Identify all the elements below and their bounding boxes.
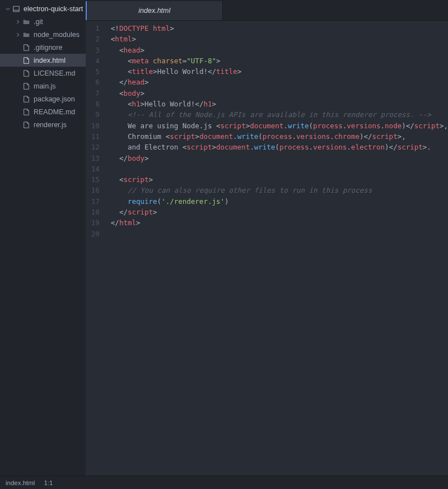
file-icon: [22, 69, 30, 77]
tree-file[interactable]: LICENSE.md: [0, 67, 86, 80]
file-name: README.md: [34, 108, 75, 116]
code-line[interactable]: <!DOCTYPE html>: [111, 23, 448, 34]
line-number: 14: [86, 164, 105, 174]
tree-file[interactable]: renderer.js: [0, 118, 86, 131]
file-icon: [22, 82, 30, 90]
file-name: renderer.js: [34, 121, 67, 129]
line-number: 7: [86, 88, 105, 99]
line-number: 17: [86, 196, 105, 207]
line-number: 20: [86, 229, 105, 239]
status-filename[interactable]: index.html: [6, 479, 35, 486]
tab-title: index.html: [138, 7, 170, 15]
line-number: 19: [86, 217, 105, 228]
code-line[interactable]: We are using Node.js <script>document.wr…: [111, 120, 448, 131]
line-number: 2: [86, 34, 105, 44]
line-number: 9: [86, 109, 105, 120]
tree-file[interactable]: index.html: [0, 54, 86, 67]
code-line[interactable]: [111, 164, 448, 174]
folder-icon: [22, 18, 30, 26]
line-number: 10: [86, 120, 105, 131]
code-line[interactable]: </body>: [111, 153, 448, 164]
code-line[interactable]: </script>: [111, 207, 448, 217]
code-line[interactable]: <title>Hello World!</title>: [111, 66, 448, 77]
gutter: 1234567891011121314151617181920: [86, 21, 105, 476]
tree-file[interactable]: .gitignore: [0, 41, 86, 54]
chevron-down-icon: [4, 6, 11, 12]
line-number: 1: [86, 23, 105, 34]
code-line[interactable]: <!-- All of the Node.js APIs are availab…: [111, 109, 448, 120]
status-cursor-pos[interactable]: 1:1: [44, 479, 53, 486]
tree-file[interactable]: README.md: [0, 105, 86, 118]
code-line[interactable]: <html>: [111, 34, 448, 44]
chevron-right-icon: [15, 18, 21, 25]
file-name: package.json: [34, 95, 75, 103]
tree-folder[interactable]: .git: [0, 15, 86, 28]
sidebar: electron-quick-start .git node_modules .…: [0, 0, 86, 476]
file-name: main.js: [34, 82, 56, 90]
tab-active[interactable]: index.html: [86, 1, 223, 20]
file-name: LICENSE.md: [34, 69, 75, 77]
line-number: 11: [86, 131, 105, 142]
code-line[interactable]: and Electron <script>document.write(proc…: [111, 142, 448, 152]
line-number: 18: [86, 207, 105, 217]
file-name: index.html: [34, 57, 66, 64]
code-line[interactable]: // You can also require other files to r…: [111, 185, 448, 195]
line-number: 8: [86, 99, 105, 109]
line-number: 16: [86, 185, 105, 195]
code-line[interactable]: <h1>Hello World!</h1>: [111, 99, 448, 109]
file-icon: [22, 95, 30, 103]
chevron-right-icon: [15, 31, 21, 38]
tree-file[interactable]: package.json: [0, 92, 86, 105]
svg-rect-0: [13, 6, 20, 12]
tree-folder[interactable]: node_modules: [0, 28, 86, 41]
tab-bar: index.html: [86, 1, 448, 21]
code-line[interactable]: <meta charset="UTF-8">: [111, 55, 448, 66]
line-number: 5: [86, 66, 105, 77]
code-line[interactable]: <head>: [111, 45, 448, 55]
code-line[interactable]: [111, 229, 448, 239]
code-editor[interactable]: 1234567891011121314151617181920 <!DOCTYP…: [86, 21, 448, 476]
code-line[interactable]: <script>: [111, 174, 448, 185]
editor-area: index.html 12345678910111213141516171819…: [86, 0, 448, 476]
project-root[interactable]: electron-quick-start: [0, 2, 86, 15]
line-number: 3: [86, 45, 105, 55]
repo-icon: [12, 5, 20, 13]
file-icon: [22, 108, 30, 116]
code-line[interactable]: <body>: [111, 88, 448, 99]
code-line[interactable]: Chromium <script>document.write(process.…: [111, 131, 448, 142]
folder-name: node_modules: [34, 31, 80, 39]
line-number: 12: [86, 142, 105, 152]
folder-name: .git: [34, 18, 43, 26]
line-number: 13: [86, 153, 105, 164]
line-number: 4: [86, 55, 105, 66]
project-name: electron-quick-start: [24, 5, 83, 13]
code-lines[interactable]: <!DOCTYPE html><html> <head> <meta chars…: [105, 21, 448, 476]
code-line[interactable]: require('./renderer.js'): [111, 196, 448, 207]
file-name: .gitignore: [34, 44, 62, 52]
code-line[interactable]: </head>: [111, 77, 448, 87]
folder-icon: [22, 31, 30, 39]
line-number: 15: [86, 174, 105, 185]
file-icon: [22, 57, 30, 64]
file-icon: [22, 121, 30, 129]
code-line[interactable]: </html>: [111, 217, 448, 228]
tree-file[interactable]: main.js: [0, 80, 86, 92]
line-number: 6: [86, 77, 105, 87]
file-icon: [22, 44, 30, 52]
statusbar: index.html 1:1: [0, 476, 448, 489]
